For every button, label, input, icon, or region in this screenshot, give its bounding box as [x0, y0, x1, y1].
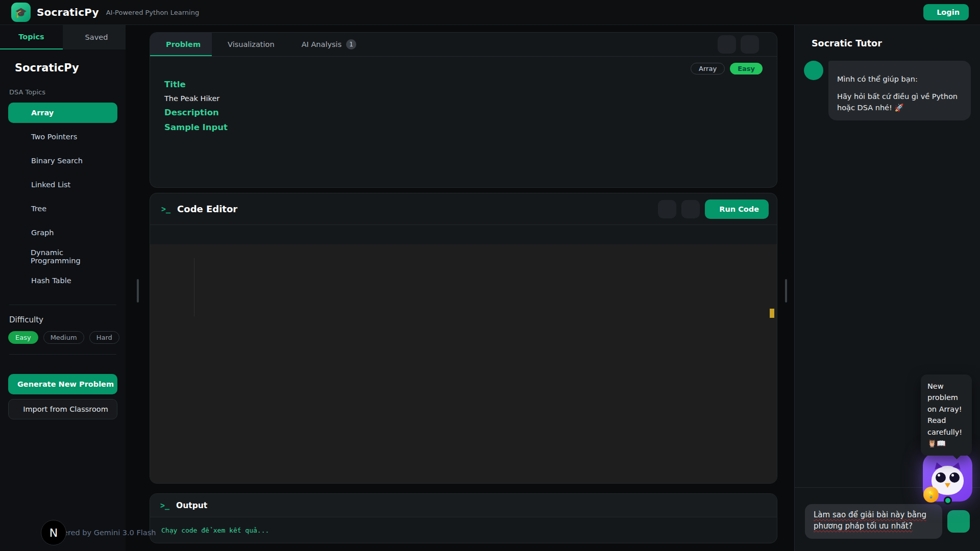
difficulty-pills: EasyMediumHard: [8, 331, 117, 344]
sample-input-heading: Sample Input: [164, 122, 763, 132]
problem-card-actions: [718, 33, 777, 56]
welcome-intro: Mình có thể giúp bạn:: [837, 74, 962, 85]
import-from-classroom-button[interactable]: Import from Classroom: [8, 399, 117, 419]
shell: TopicsSaved SocraticPy DSA Topics ArrayT…: [0, 25, 980, 551]
problem-tabbar: ProblemVisualizationAI Analysis1: [150, 33, 777, 57]
difficulty-pill-medium[interactable]: Medium: [43, 331, 84, 344]
sidebar-collapse-chevron-left-icon[interactable]: [128, 29, 132, 33]
tutor-gutter: [777, 25, 794, 551]
topic-label: Graph: [31, 229, 54, 237]
dsa-topics-label: DSA Topics: [9, 88, 116, 96]
nextjs-dev-badge[interactable]: N: [41, 520, 66, 545]
tab-ai-analysis[interactable]: AI Analysis1: [286, 33, 368, 56]
sidebar-brand: SocraticPy: [9, 62, 116, 74]
editor-actions: Run Code: [658, 199, 769, 219]
output-card: >_ Output Chạy code để xem kết quả...: [150, 493, 777, 543]
code-editor-title: Code Editor: [177, 204, 237, 214]
topic-label: Linked List: [31, 181, 70, 189]
app-title: SocraticPy: [37, 6, 99, 18]
copy-code-button[interactable]: [658, 200, 676, 218]
sidebar-item-hash-table[interactable]: Hash Table: [8, 270, 117, 291]
ai-brain-button[interactable]: [718, 35, 736, 54]
difficulty-pill-hard[interactable]: Hard: [89, 331, 119, 344]
app-logo-graduation-cap-icon: 🎓: [11, 3, 31, 22]
difficulty-label: Difficulty: [9, 315, 116, 324]
main-tabs: ProblemVisualizationAI Analysis1: [150, 33, 368, 56]
sidebar-body: SocraticPy DSA Topics ArrayTwo PointersB…: [0, 49, 126, 551]
login-button[interactable]: Login: [923, 4, 969, 20]
tab-label: Visualization: [228, 40, 275, 48]
sidebar-divider: [9, 354, 116, 355]
header-actions: Login: [914, 4, 969, 20]
tutor-panel: Socratic Tutor Mình có thể giúp bạn: Hãy…: [794, 25, 980, 551]
difficulty-badge: Easy: [730, 63, 763, 74]
tutor-header: Socratic Tutor: [795, 25, 980, 55]
problem-badges: Array Easy: [164, 63, 763, 74]
sidebar-tabs: TopicsSaved: [0, 25, 126, 49]
send-button[interactable]: [947, 510, 970, 533]
run-code-button[interactable]: Run Code: [705, 199, 769, 219]
problem-title: The Peak Hiker: [164, 94, 763, 103]
topic-label: Array: [31, 109, 54, 117]
tutor-title: Socratic Tutor: [812, 38, 882, 48]
code-editor-header: >_ Code Editor Run Code: [150, 193, 777, 225]
chat-input-row: Làm sao để giải bài này bằng phương pháp…: [805, 504, 970, 539]
main-content: ProblemVisualizationAI Analysis1 Array E…: [150, 25, 777, 551]
tutor-collapse-chevron-right-icon[interactable]: [779, 29, 783, 33]
tab-visualization[interactable]: Visualization: [212, 33, 286, 56]
topic-label: Dynamic Programming: [31, 248, 111, 265]
sidebar-item-two-pointers[interactable]: Two Pointers: [8, 127, 117, 147]
generate-new-problem-button[interactable]: Generate New Problem: [8, 374, 117, 394]
sidebar-resize-handle[interactable]: [137, 279, 139, 303]
tutor-message: Mình có thể giúp bạn: Hãy hỏi bất cứ điề…: [804, 61, 971, 120]
mascot-beak: [945, 483, 950, 488]
topic-badge: Array: [691, 63, 725, 74]
topic-label: Hash Table: [31, 277, 71, 285]
tab-label: AI Analysis: [302, 40, 342, 48]
save-problem-button[interactable]: [741, 35, 759, 54]
sidebar-tab-saved[interactable]: Saved: [63, 25, 126, 49]
topic-label: Tree: [31, 205, 46, 213]
lightbulb-orb-icon: 💡: [923, 487, 939, 503]
app-header: 🎓 SocraticPy AI-Powered Python Learning …: [0, 0, 980, 25]
sidebar: TopicsSaved SocraticPy DSA Topics ArrayT…: [0, 25, 126, 551]
mascot-ear: [933, 461, 943, 469]
indent-guide: [194, 258, 194, 316]
online-status-dot: [944, 496, 952, 505]
chat-input[interactable]: Làm sao để giải bài này bằng phương pháp…: [805, 504, 942, 539]
tutor-resize-handle[interactable]: [785, 279, 787, 303]
code-editor[interactable]: [150, 244, 777, 483]
import-label: Import from Classroom: [23, 405, 108, 413]
problem-card: ProblemVisualizationAI Analysis1 Array E…: [150, 32, 777, 188]
output-body: Chạy code để xem kết quả...: [150, 517, 777, 543]
mascot-assistant[interactable]: 💡: [923, 453, 972, 502]
output-title: Output: [176, 501, 207, 510]
welcome-outro: Hãy hỏi bất cứ điều gì về Python hoặc DS…: [837, 91, 962, 114]
title-heading: Title: [164, 80, 763, 89]
terminal-prompt-icon: >_: [160, 501, 169, 510]
tutor-message-bubble: Mình có thể giúp bạn: Hãy hỏi bất cứ điề…: [828, 61, 971, 120]
reset-code-button[interactable]: [681, 200, 700, 218]
mascot-eye: [936, 472, 946, 483]
overview-ruler-warning-marker: [770, 309, 774, 318]
sidebar-item-linked-list[interactable]: Linked List: [8, 174, 117, 195]
tab-problem[interactable]: Problem: [150, 33, 212, 56]
tutor-avatar-robot-icon: [804, 61, 823, 80]
sidebar-item-dynamic-programming[interactable]: Dynamic Programming: [8, 246, 117, 267]
sidebar-item-graph[interactable]: Graph: [8, 222, 117, 243]
sidebar-gutter: [126, 25, 150, 551]
sidebar-tab-topics[interactable]: Topics: [0, 25, 63, 49]
difficulty-pill-easy[interactable]: Easy: [8, 331, 38, 344]
generate-label: Generate New Problem: [17, 380, 114, 388]
sidebar-item-tree[interactable]: Tree: [8, 198, 117, 219]
chat-input-value: Làm sao để giải bài này bằng phương pháp…: [814, 510, 926, 531]
sidebar-item-binary-search[interactable]: Binary Search: [8, 151, 117, 171]
app-root: 🎓 SocraticPy AI-Powered Python Learning …: [0, 0, 980, 551]
topic-label: Two Pointers: [31, 133, 77, 141]
output-placeholder: Chạy code để xem kết quả...: [161, 527, 269, 534]
sidebar-item-array[interactable]: Array: [8, 103, 117, 123]
app-tagline: AI-Powered Python Learning: [106, 9, 199, 16]
sidebar-brand-label: SocraticPy: [15, 62, 79, 74]
login-label: Login: [937, 8, 960, 16]
sidebar-tab-label: Saved: [85, 33, 108, 41]
